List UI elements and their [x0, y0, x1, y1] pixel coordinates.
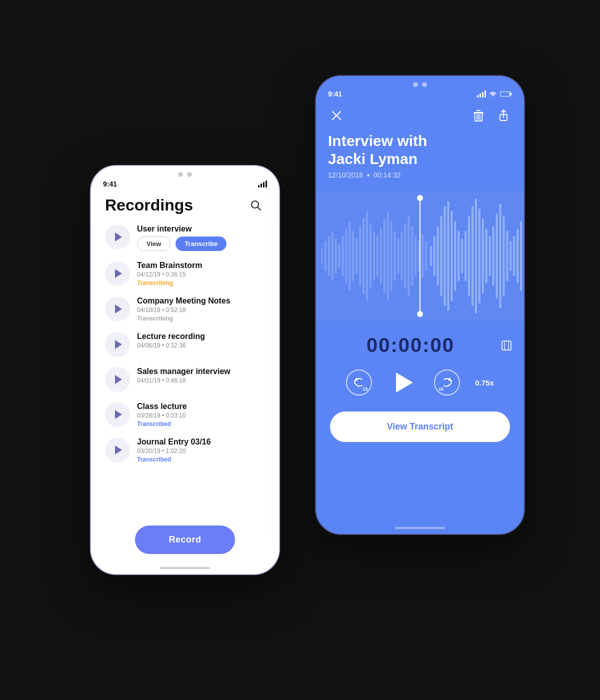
player-actions	[470, 107, 512, 124]
svg-rect-14	[430, 246, 432, 266]
recording-info-0: User interviewViewTranscribe	[137, 224, 265, 251]
search-button[interactable]	[247, 196, 265, 214]
delete-button[interactable]	[470, 107, 487, 124]
bar1	[258, 185, 260, 188]
recording-item-2: Company Meeting Notes04/10/19 • 0:52:18T…	[105, 296, 265, 322]
play-triangle-0	[115, 232, 122, 242]
recording-meta-5: 03/28/19 • 0:23:10	[137, 412, 265, 419]
recording-item-1: Team Brainstorm04/12/19 • 0:36:15Transcr…	[105, 261, 265, 286]
notch-dot-4	[422, 82, 427, 87]
svg-rect-64	[400, 231, 402, 281]
view-btn-0[interactable]: View	[137, 236, 170, 251]
recording-meta-6: 03/20/19 • 1:02:20	[137, 448, 265, 454]
play-btn-4[interactable]	[105, 367, 130, 392]
rbar4	[484, 90, 486, 98]
current-time: 00:00:00	[366, 334, 454, 356]
svg-rect-62	[394, 231, 396, 281]
recording-meta-4: 04/01/19 • 0:46:18	[137, 377, 265, 384]
status-time-left: 9:41	[103, 180, 117, 188]
recording-name-2: Company Meeting Notes	[137, 296, 265, 306]
bar2	[260, 184, 262, 188]
play-btn-0[interactable]	[105, 224, 130, 250]
player-phone: 9:41	[315, 75, 525, 535]
svg-rect-42	[324, 241, 326, 271]
play-triangle-5	[115, 410, 122, 419]
record-button-wrap: Record	[135, 526, 235, 554]
svg-rect-16	[437, 226, 439, 286]
signal-bars-left	[258, 180, 267, 188]
svg-rect-65	[404, 224, 406, 288]
svg-rect-72	[502, 341, 511, 350]
svg-rect-60	[387, 211, 389, 301]
play-triangle-4	[115, 375, 122, 384]
player-controls: 15 15 0.75x	[316, 356, 524, 406]
status-bar-right: 9:41	[316, 90, 524, 102]
svg-rect-44	[332, 231, 334, 281]
status-time-right: 9:41	[328, 90, 342, 98]
svg-rect-35	[502, 216, 504, 296]
signal-bars-right	[477, 90, 486, 98]
player-title: Interview with Jacki Lyman	[328, 132, 512, 168]
svg-rect-23	[461, 238, 463, 274]
svg-rect-36	[506, 231, 508, 281]
svg-rect-38	[513, 236, 515, 276]
waveform-container[interactable]	[316, 191, 524, 321]
view-transcript-button[interactable]: View Transcript	[330, 412, 510, 442]
recording-item-5: Class lecture03/28/19 • 0:23:10Transcrib…	[105, 402, 265, 428]
skip-back-button[interactable]: 15	[346, 370, 372, 396]
skip-forward-button[interactable]: 15	[434, 370, 460, 396]
notch-dot-1	[178, 172, 183, 177]
recording-meta-2: 04/10/19 • 0:52:18	[137, 306, 265, 314]
status-icons-right	[477, 90, 512, 98]
svg-rect-3	[500, 92, 510, 96]
svg-rect-20	[450, 211, 452, 301]
rbar2	[480, 94, 481, 98]
transcribe-btn-0[interactable]: Transcribe	[176, 236, 226, 251]
play-btn-3[interactable]	[105, 332, 130, 357]
svg-rect-52	[359, 226, 361, 286]
recording-name-3: Lecture recording	[137, 332, 265, 341]
recordings-phone: 9:41 Recordings User interviewVi	[90, 165, 280, 575]
recording-status-5: Transcribed	[137, 420, 265, 428]
recording-item-3: Lecture recording04/06/19 • 0:32:36	[105, 332, 265, 357]
play-triangle	[396, 372, 413, 392]
trim-button[interactable]	[501, 340, 512, 351]
bar4	[266, 180, 267, 188]
recording-name-1: Team Brainstorm	[137, 261, 265, 270]
recordings-header: Recordings	[105, 192, 265, 214]
play-btn-5[interactable]	[105, 402, 130, 427]
svg-rect-56	[373, 231, 375, 281]
close-button[interactable]	[328, 107, 345, 124]
svg-rect-48	[345, 228, 347, 284]
play-triangle-6	[115, 446, 122, 454]
player-title-area: Interview with Jacki Lyman 12/10/2018 00…	[316, 132, 524, 183]
bar3	[263, 182, 264, 188]
svg-rect-39	[516, 228, 518, 284]
svg-rect-46	[338, 244, 340, 268]
trash-icon	[473, 110, 484, 122]
play-btn-1[interactable]	[105, 261, 130, 286]
play-btn-2[interactable]	[105, 296, 130, 322]
play-triangle-2	[115, 304, 122, 314]
record-button[interactable]: Record	[135, 526, 235, 554]
time-display-center: 00:00:00	[328, 334, 493, 356]
svg-rect-27	[475, 198, 477, 314]
recording-info-5: Class lecture03/28/19 • 0:23:10Transcrib…	[137, 402, 265, 428]
svg-rect-61	[390, 221, 392, 291]
play-btn-6[interactable]	[105, 438, 130, 462]
svg-rect-25	[468, 216, 470, 296]
play-button[interactable]	[387, 366, 419, 398]
wifi-icon	[489, 91, 497, 97]
svg-rect-59	[384, 218, 386, 294]
svg-rect-47	[342, 236, 344, 276]
recording-status-1: Transcribing	[137, 280, 265, 286]
svg-rect-33	[496, 214, 498, 298]
rbar1	[477, 95, 478, 98]
recording-name-5: Class lecture	[137, 402, 265, 411]
share-button[interactable]	[495, 107, 512, 124]
notch-dot-2	[187, 172, 192, 177]
speed-button[interactable]: 0.75x	[475, 378, 494, 387]
notch-bar-left	[91, 166, 279, 180]
recording-status-2: Transcribing	[137, 315, 265, 322]
recording-name-4: Sales manager interview	[137, 367, 265, 376]
